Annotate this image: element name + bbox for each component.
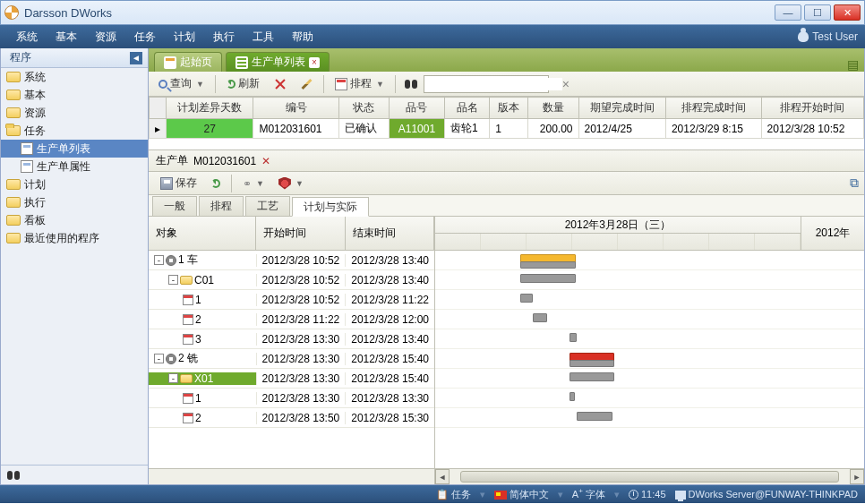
gantt-chart[interactable]: 2012年3月28日（三） 2012年 ◄ ► [435,217,864,484]
scroll-right-icon[interactable]: ► [850,469,864,484]
gantt-row [435,290,864,310]
gantt-bar[interactable] [520,261,576,269]
gantt-bar[interactable] [577,412,612,421]
sidebar-item[interactable]: 任务 [1,122,148,140]
minimize-button[interactable]: — [775,4,801,21]
cancel-button[interactable] [268,74,293,94]
plan-row[interactable]: - 1 车2012/3/28 10:522012/3/28 13:40 [149,251,434,270]
cell-sched-start: 2012/3/28 10:52 [761,119,863,139]
binoculars-icon [404,78,418,90]
sidebar-item[interactable]: 系统 [1,68,148,86]
plan-row[interactable]: 12012/3/28 13:302012/3/28 13:30 [149,389,434,408]
sidebar-item[interactable]: 基本 [1,86,148,104]
plan-row[interactable]: - X012012/3/28 13:302012/3/28 15:40 [149,369,434,389]
expand-icon[interactable]: - [154,354,164,363]
app-logo-icon [4,5,19,20]
menu-resource[interactable]: 资源 [86,25,125,48]
menu-plan[interactable]: 计划 [165,25,204,48]
menu-help[interactable]: 帮助 [283,25,322,48]
sidebar-item[interactable]: 看板 [1,211,148,229]
save-button[interactable]: 保存 [154,174,203,193]
expand-icon[interactable]: - [168,275,178,285]
sidebar-item[interactable]: 最近使用的程序 [1,229,148,247]
maximize-button[interactable]: ☐ [804,4,831,21]
gantt-bar[interactable] [520,274,576,283]
binoculars-icon[interactable] [6,469,21,482]
scroll-left-icon[interactable]: ◄ [435,469,450,484]
edit-icon [301,78,312,89]
gantt-row [435,369,864,389]
refresh-button[interactable]: 刷新 [220,74,266,94]
link-button[interactable]: ⚭▼ [236,174,270,193]
shield-button[interactable]: ▼ [272,174,310,193]
gantt-bar[interactable] [520,294,533,303]
refresh-icon [227,80,236,89]
menu-basic[interactable]: 基本 [47,25,86,48]
chevron-down-icon: ▼ [196,80,204,89]
gantt-bar[interactable] [533,313,547,322]
sidebar-item[interactable]: 计划 [1,175,148,193]
refresh-detail-button[interactable] [205,174,227,193]
query-button[interactable]: 查询▼ [152,74,210,94]
subtab-plan-actual[interactable]: 计划与实际 [292,197,369,217]
gantt-bar[interactable] [570,333,577,342]
subtab-schedule[interactable]: 排程 [199,196,244,216]
gantt-row [435,270,864,290]
status-font[interactable]: A+ 字体 [572,487,605,501]
sidebar-item[interactable]: 生产单属性 [1,158,148,175]
sidebar-item[interactable]: 生产单列表 [1,140,148,158]
sidebar-collapse-button[interactable]: ◄ [130,52,142,64]
menu-system[interactable]: 系统 [7,25,47,48]
gantt-bar[interactable] [570,372,614,381]
gantt-row [435,329,864,349]
schedule-button[interactable]: 排程▼ [329,74,390,94]
plan-row[interactable]: - 2 铣2012/3/28 13:302012/3/28 15:40 [149,349,434,369]
refresh-icon [211,179,220,188]
current-user[interactable]: Test User [798,30,858,43]
status-task[interactable]: 📋 任务 [436,488,471,501]
search-input[interactable]: × [424,75,549,93]
home-icon [164,56,176,69]
gantt-row [435,349,864,369]
gantt-scrollbar[interactable]: ◄ ► [435,468,864,484]
plan-row[interactable]: 32012/3/28 13:302012/3/28 13:40 [149,329,434,349]
sidebar: 程序 ◄ 系统基本资源任务生产单列表生产单属性计划执行看板最近使用的程序 [1,48,149,484]
grid-header-row: 计划差异天数编号状态 品号品名版本 数量期望完成时间排程完成时间 排程开始时间 [150,98,864,119]
plan-row[interactable]: 12012/3/28 10:522012/3/28 11:22 [149,290,434,310]
tab-close-icon[interactable]: × [309,57,320,68]
plan-row[interactable]: - C012012/3/28 10:522012/3/28 13:40 [149,270,434,290]
content-area: 起始页 生产单列表 × ▤ 查询▼ 刷新 排程▼ × [149,48,864,484]
subtab-general[interactable]: 一般 [152,196,197,216]
page-icon [21,142,33,155]
grid-row[interactable]: ▸ 27 M012031601 已确认 A11001 齿轮1 1 200.00 … [150,119,864,139]
tab-home[interactable]: 起始页 [154,52,222,72]
detail-close-icon[interactable]: ✕ [261,155,270,167]
menu-execute[interactable]: 执行 [204,25,244,48]
expand-icon[interactable]: - [168,373,178,383]
gear-icon [166,255,176,266]
menu-tool[interactable]: 工具 [244,25,283,48]
menu-task[interactable]: 任务 [125,25,165,48]
tab-order-list[interactable]: 生产单列表 × [226,52,330,72]
order-grid[interactable]: 计划差异天数编号状态 品号品名版本 数量期望完成时间排程完成时间 排程开始时间 … [149,97,864,150]
status-lang[interactable]: 简体中文 [494,488,549,501]
clear-search-icon[interactable]: × [562,77,570,91]
edit-button[interactable] [295,74,319,94]
sidebar-item[interactable]: 执行 [1,193,148,211]
popout-icon[interactable]: ⧉ [850,175,859,191]
scroll-thumb[interactable] [460,471,839,483]
gantt-bar[interactable] [570,360,614,367]
expand-icon[interactable]: - [154,255,164,265]
save-icon [160,177,173,190]
folder-icon [6,179,21,190]
subtab-process[interactable]: 工艺 [245,196,290,216]
cell-qty: 200.00 [527,119,578,139]
gantt-row [435,408,864,428]
sidebar-item[interactable]: 资源 [1,104,148,122]
search-field[interactable] [428,78,562,90]
plan-row[interactable]: 22012/3/28 11:222012/3/28 12:00 [149,310,434,329]
list-icon [236,56,248,69]
close-button[interactable]: ✕ [834,4,861,21]
plan-row[interactable]: 22012/3/28 13:502012/3/28 15:30 [149,408,434,428]
gantt-bar[interactable] [570,392,575,401]
